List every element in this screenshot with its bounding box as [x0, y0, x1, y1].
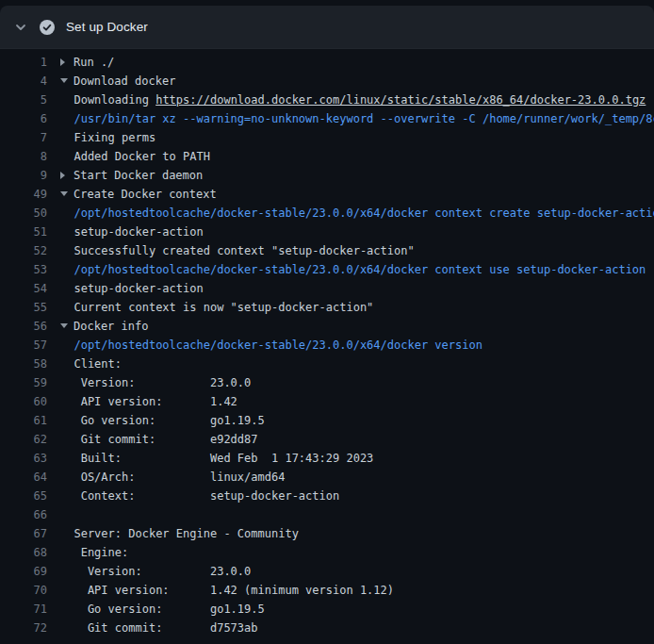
- log-line: 61 Go version: go1.19.5: [0, 411, 654, 430]
- line-content: /opt/hostedtoolcache/docker-stable/23.0.…: [60, 339, 482, 352]
- line-number[interactable]: 62: [0, 430, 47, 449]
- line-number[interactable]: 9: [0, 166, 47, 185]
- log-line: 8 Added Docker to PATH: [0, 147, 654, 166]
- line-number[interactable]: 4: [0, 72, 47, 91]
- log-line: 53 /opt/hostedtoolcache/docker-stable/23…: [0, 260, 654, 279]
- log-line: 7 Fixing perms: [0, 128, 654, 147]
- group-title[interactable]: Docker info: [74, 320, 148, 333]
- log-line: 66: [0, 505, 654, 524]
- log-line: 49Create Docker context: [0, 185, 654, 204]
- line-number[interactable]: 66: [0, 505, 47, 524]
- log-line: 1Run ./: [0, 53, 654, 72]
- line-content: Go version: go1.19.5: [60, 414, 265, 427]
- line-content: setup-docker-action: [60, 282, 204, 295]
- log-text: Downloading: [60, 93, 155, 107]
- line-number[interactable]: 1: [0, 53, 47, 72]
- line-number[interactable]: 67: [0, 524, 47, 543]
- group-title[interactable]: Create Docker context: [74, 188, 217, 201]
- line-number[interactable]: 70: [0, 581, 47, 600]
- log-line: 62 Git commit: e92dd87: [0, 430, 654, 449]
- line-content: Client:: [60, 357, 122, 371]
- line-number[interactable]: 65: [0, 487, 47, 505]
- log-line: 59 Version: 23.0.0: [0, 373, 654, 392]
- line-content: Git commit: d7573ab: [60, 621, 258, 635]
- line-number[interactable]: 6: [0, 109, 47, 128]
- line-number[interactable]: 68: [0, 543, 47, 562]
- log-line: 5 Downloading https://download.docker.co…: [0, 91, 654, 109]
- line-number[interactable]: 64: [0, 468, 47, 487]
- log-line: 50 /opt/hostedtoolcache/docker-stable/23…: [0, 204, 654, 223]
- log-line: 56Docker info: [0, 317, 654, 336]
- log-line: 6 /usr/bin/tar xz --warning=no-unknown-k…: [0, 109, 654, 128]
- line-content: API version: 1.42: [60, 395, 237, 408]
- log-line: 9Start Docker daemon: [0, 166, 654, 185]
- line-number[interactable]: 63: [0, 449, 47, 468]
- triangle-down-icon[interactable]: [60, 72, 74, 91]
- line-number[interactable]: 56: [0, 317, 47, 336]
- line-content[interactable]: Start Docker daemon: [60, 169, 203, 182]
- line-number[interactable]: 61: [0, 411, 47, 430]
- line-content: Version: 23.0.0: [60, 565, 251, 578]
- line-number[interactable]: 57: [0, 336, 47, 355]
- log-line: 72 Git commit: d7573ab: [0, 619, 654, 637]
- line-number[interactable]: 58: [0, 355, 47, 373]
- line-number[interactable]: 7: [0, 128, 47, 147]
- log-lines: 1Run ./4Download docker5 Downloading htt…: [0, 49, 654, 637]
- line-content[interactable]: Create Docker context: [60, 188, 217, 201]
- group-title[interactable]: Start Docker daemon: [74, 169, 203, 182]
- line-number[interactable]: 54: [0, 279, 47, 298]
- log-line: 55 Current context is now "setup-docker-…: [0, 298, 654, 317]
- line-number[interactable]: 5: [0, 91, 47, 109]
- line-content: /opt/hostedtoolcache/docker-stable/23.0.…: [60, 263, 646, 276]
- line-number[interactable]: 69: [0, 562, 47, 581]
- line-content: Engine:: [60, 546, 128, 559]
- line-number[interactable]: 53: [0, 260, 47, 279]
- line-content[interactable]: Download docker: [60, 74, 175, 88]
- log-line: 70 API version: 1.42 (minimum version 1.…: [0, 581, 654, 600]
- chevron-down-icon[interactable]: [15, 22, 26, 33]
- log-line: 58 Client:: [0, 355, 654, 373]
- step-title: Set up Docker: [66, 20, 148, 34]
- triangle-down-icon[interactable]: [60, 185, 74, 204]
- line-content: Git commit: e92dd87: [60, 433, 258, 446]
- log-link[interactable]: https://download.docker.com/linux/static…: [155, 93, 646, 107]
- line-content[interactable]: Run ./: [60, 56, 114, 69]
- line-number[interactable]: 60: [0, 392, 47, 411]
- line-content: Fixing perms: [60, 131, 155, 144]
- triangle-down-icon[interactable]: [60, 317, 74, 336]
- triangle-right-icon[interactable]: [60, 53, 74, 72]
- line-number[interactable]: 52: [0, 241, 47, 260]
- log-line: 71 Go version: go1.19.5: [0, 600, 654, 619]
- group-title[interactable]: Download docker: [74, 74, 175, 88]
- line-content: Current context is now "setup-docker-act…: [60, 301, 373, 314]
- log-line: 64 OS/Arch: linux/amd64: [0, 468, 654, 487]
- line-content: Built: Wed Feb 1 17:43:29 2023: [60, 452, 373, 465]
- line-number[interactable]: 51: [0, 223, 47, 241]
- log-line: 68 Engine:: [0, 543, 654, 562]
- line-content: /opt/hostedtoolcache/docker-stable/23.0.…: [60, 206, 654, 220]
- log-line: 54 setup-docker-action: [0, 279, 654, 298]
- success-check-icon: [40, 20, 55, 35]
- line-number[interactable]: 59: [0, 373, 47, 392]
- job-log-panel: Set up Docker 1Run ./4Download docker5 D…: [0, 6, 654, 644]
- line-content: OS/Arch: linux/amd64: [60, 471, 285, 484]
- line-number[interactable]: 72: [0, 619, 47, 637]
- triangle-right-icon[interactable]: [60, 166, 74, 185]
- line-content: Server: Docker Engine - Community: [60, 527, 299, 540]
- line-number[interactable]: 49: [0, 185, 47, 204]
- line-number[interactable]: 50: [0, 204, 47, 223]
- line-content: Version: 23.0.0: [60, 376, 251, 389]
- line-number[interactable]: 8: [0, 147, 47, 166]
- group-title[interactable]: Run ./: [74, 56, 114, 69]
- line-number[interactable]: 71: [0, 600, 47, 619]
- line-content: Successfully created context "setup-dock…: [60, 244, 415, 257]
- line-content: Context: setup-docker-action: [60, 489, 339, 503]
- log-line: 63 Built: Wed Feb 1 17:43:29 2023: [0, 449, 654, 468]
- log-line: 60 API version: 1.42: [0, 392, 654, 411]
- line-content[interactable]: Docker info: [60, 320, 148, 333]
- step-header[interactable]: Set up Docker: [0, 6, 654, 49]
- line-number[interactable]: 55: [0, 298, 47, 317]
- line-content: /usr/bin/tar xz --warning=no-unknown-key…: [60, 112, 654, 125]
- log-line: 67 Server: Docker Engine - Community: [0, 524, 654, 543]
- log-line: 57 /opt/hostedtoolcache/docker-stable/23…: [0, 336, 654, 355]
